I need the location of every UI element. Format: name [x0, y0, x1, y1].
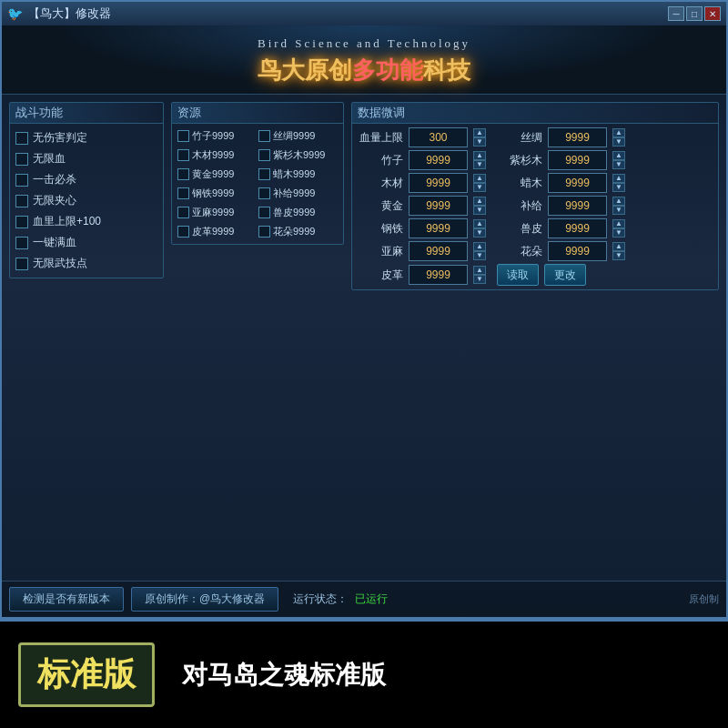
- spin-down-3-2[interactable]: ▼: [612, 206, 625, 215]
- data-input-5-2[interactable]: [548, 241, 607, 261]
- data-tuning-section: 数据微调 血量上限 ▲ ▼ 丝绸: [351, 102, 719, 290]
- data-input-2-2[interactable]: [548, 173, 607, 193]
- resource-item-11[interactable]: 花朵9999: [258, 223, 338, 240]
- resource-checkbox-4[interactable]: [177, 168, 189, 180]
- spin-down-3-1[interactable]: ▼: [473, 206, 486, 215]
- resource-checkbox-9[interactable]: [258, 207, 270, 218]
- spin-down-6-1[interactable]: ▼: [473, 275, 486, 284]
- combat-label-4: 血里上限+100: [33, 214, 101, 229]
- check-update-button[interactable]: 检测是否有新版本: [9, 587, 124, 612]
- spin-up-2-2[interactable]: ▲: [612, 174, 625, 183]
- combat-item-6[interactable]: 无限武技点: [15, 253, 157, 274]
- spin-up-4-2[interactable]: ▲: [612, 219, 625, 228]
- combat-checkbox-1[interactable]: [15, 153, 28, 166]
- spin-down-4-1[interactable]: ▼: [473, 228, 486, 238]
- write-button[interactable]: 更改: [544, 264, 586, 286]
- spin-up-0-1[interactable]: ▲: [473, 128, 486, 137]
- spin-up-1-2[interactable]: ▲: [612, 151, 625, 160]
- spin-up-5-1[interactable]: ▲: [473, 242, 486, 251]
- spin-down-0-2[interactable]: ▼: [612, 137, 625, 147]
- spin-down-2-2[interactable]: ▼: [612, 183, 625, 192]
- resource-checkbox-6[interactable]: [177, 187, 189, 199]
- combat-label-1: 无限血: [33, 151, 66, 167]
- data-row-3: 黄金 ▲ ▼ 补给 ▲ ▼: [358, 196, 713, 216]
- spin-down-1-2[interactable]: ▼: [612, 160, 625, 169]
- spin-up-5-2[interactable]: ▲: [612, 242, 625, 251]
- header: Bird Science and Technology 鸟大原创多功能科技: [2, 25, 726, 95]
- resource-checkbox-2[interactable]: [177, 149, 189, 161]
- combat-item-3[interactable]: 无限夹心: [15, 190, 157, 211]
- header-title-part2: 科技: [423, 56, 470, 84]
- combat-checkbox-3[interactable]: [15, 195, 28, 207]
- resource-checkbox-5[interactable]: [258, 168, 270, 180]
- spin-up-1-1[interactable]: ▲: [473, 151, 486, 160]
- credit-button[interactable]: 原创制作：@鸟大修改器: [131, 587, 278, 612]
- combat-item-0[interactable]: 无伤害判定: [15, 127, 157, 148]
- resource-checkbox-11[interactable]: [258, 226, 270, 238]
- combat-item-4[interactable]: 血里上限+100: [15, 211, 157, 232]
- resource-checkbox-3[interactable]: [258, 149, 270, 161]
- spin-up-2-1[interactable]: ▲: [473, 174, 486, 183]
- resource-label-4: 黄金9999: [192, 167, 234, 181]
- combat-checkbox-0[interactable]: [15, 132, 28, 145]
- spin-up-6-1[interactable]: ▲: [473, 266, 486, 275]
- spin-down-1-1[interactable]: ▼: [473, 160, 486, 169]
- resource-item-5[interactable]: 蜡木9999: [258, 166, 338, 183]
- data-row-4: 钢铁 ▲ ▼ 兽皮 ▲ ▼: [358, 218, 713, 238]
- data-input-0-1[interactable]: [409, 127, 468, 147]
- title-bar-text: 【鸟大】修改器: [28, 5, 668, 22]
- resource-item-0[interactable]: 竹子9999: [177, 127, 257, 145]
- resource-item-1[interactable]: 丝绸9999: [258, 127, 338, 145]
- data-input-3-1[interactable]: [409, 196, 468, 216]
- spin-group-2-1: ▲ ▼: [473, 174, 486, 192]
- spin-down-2-1[interactable]: ▼: [473, 183, 486, 192]
- resource-item-7[interactable]: 补给9999: [258, 185, 338, 202]
- resource-item-8[interactable]: 亚麻9999: [177, 204, 257, 221]
- resource-checkbox-10[interactable]: [177, 226, 189, 238]
- close-button[interactable]: ✕: [704, 6, 721, 21]
- resource-item-6[interactable]: 钢铁9999: [177, 185, 257, 202]
- combat-checkbox-4[interactable]: [15, 216, 28, 228]
- resource-checkbox-7[interactable]: [258, 187, 270, 199]
- combat-checkbox-2[interactable]: [15, 174, 28, 187]
- data-input-5-1[interactable]: [409, 241, 468, 261]
- resource-label-5: 蜡木9999: [273, 167, 315, 181]
- data-input-6-1[interactable]: [409, 265, 468, 285]
- spin-up-4-1[interactable]: ▲: [473, 219, 486, 228]
- data-input-3-2[interactable]: [548, 196, 607, 216]
- spin-group-3-2: ▲ ▼: [612, 197, 625, 215]
- spin-up-0-2[interactable]: ▲: [612, 128, 625, 137]
- resource-item-3[interactable]: 紫杉木9999: [258, 147, 338, 164]
- resource-item-9[interactable]: 兽皮9999: [258, 204, 338, 221]
- resource-item-2[interactable]: 木材9999: [177, 147, 257, 164]
- spin-up-3-1[interactable]: ▲: [473, 197, 486, 206]
- combat-item-1[interactable]: 无限血: [15, 148, 157, 169]
- minimize-button[interactable]: ─: [668, 6, 684, 21]
- data-input-0-2[interactable]: [548, 127, 607, 147]
- data-input-2-1[interactable]: [409, 173, 468, 193]
- header-subtitle: Bird Science and Technology: [2, 36, 726, 51]
- spin-down-4-2[interactable]: ▼: [612, 228, 625, 238]
- resource-checkbox-0[interactable]: [177, 130, 189, 142]
- combat-item-5[interactable]: 一键满血: [15, 232, 157, 253]
- maximize-button[interactable]: □: [686, 6, 703, 21]
- spin-group-0-2: ▲ ▼: [612, 128, 625, 147]
- spin-down-0-1[interactable]: ▼: [473, 137, 486, 147]
- combat-checkbox-6[interactable]: [15, 258, 28, 270]
- spin-up-3-2[interactable]: ▲: [612, 197, 625, 206]
- resource-checkbox-1[interactable]: [258, 130, 270, 142]
- data-input-1-1[interactable]: [409, 150, 468, 170]
- data-input-1-2[interactable]: [548, 150, 607, 170]
- spin-down-5-1[interactable]: ▼: [473, 251, 486, 260]
- resource-label-11: 花朵9999: [273, 225, 315, 238]
- data-input-4-2[interactable]: [548, 218, 607, 238]
- read-button[interactable]: 读取: [497, 264, 539, 286]
- combat-checkbox-5[interactable]: [15, 237, 28, 249]
- resource-checkbox-8[interactable]: [177, 207, 189, 218]
- combat-item-2[interactable]: 一击必杀: [15, 169, 157, 190]
- data-input-4-1[interactable]: [409, 218, 468, 238]
- resource-label-6: 钢铁9999: [192, 187, 234, 200]
- resource-item-10[interactable]: 皮革9999: [177, 223, 257, 240]
- spin-down-5-2[interactable]: ▼: [612, 251, 625, 260]
- resource-item-4[interactable]: 黄金9999: [177, 166, 257, 183]
